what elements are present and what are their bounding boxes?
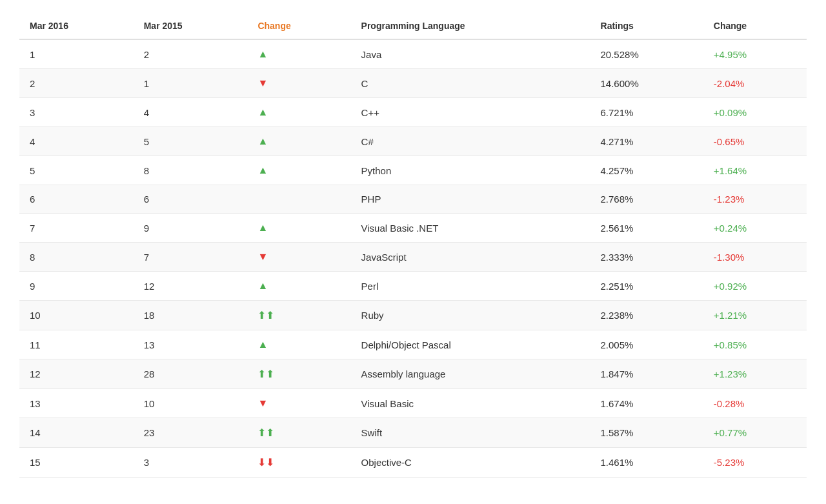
table-row: 58▲Python4.257%+1.64% xyxy=(19,156,807,185)
cell-mar2015: 4 xyxy=(134,98,248,127)
cell-change-value: -2.04% xyxy=(703,69,807,98)
table-row: 1310▼Visual Basic1.674%-0.28% xyxy=(19,389,807,418)
cell-change-icon: ⬆⬆ xyxy=(247,418,350,448)
table-row: 1113▲Delphi/Object Pascal2.005%+0.85% xyxy=(19,330,807,359)
cell-language: C# xyxy=(351,127,590,156)
cell-mar2015: 1 xyxy=(134,69,248,98)
cell-change-value: +0.92% xyxy=(703,272,807,301)
table-row: 1228⬆⬆Assembly language1.847%+1.23% xyxy=(19,359,807,389)
cell-language: PHP xyxy=(351,185,590,214)
cell-mar2016: 6 xyxy=(19,185,134,214)
cell-mar2016: 8 xyxy=(19,243,134,272)
cell-change-icon: ⬇⬇ xyxy=(247,448,350,478)
arrow-up-icon: ▲ xyxy=(257,136,268,147)
arrow-up-icon: ▲ xyxy=(257,222,268,234)
arrow-up-icon: ▲ xyxy=(257,165,268,176)
cell-mar2015: 7 xyxy=(134,243,248,272)
arrow-double-up-icon: ⬆⬆ xyxy=(257,309,274,321)
arrow-double-up-icon: ⬆⬆ xyxy=(257,368,274,380)
cell-mar2016: 12 xyxy=(19,359,134,389)
cell-mar2016: 5 xyxy=(19,156,134,185)
cell-mar2016: 2 xyxy=(19,69,134,98)
cell-mar2015: 28 xyxy=(134,359,248,389)
cell-ratings: 6.721% xyxy=(590,98,703,127)
cell-ratings: 2.238% xyxy=(590,301,703,330)
header-mar2015: Mar 2015 xyxy=(134,13,248,39)
header-language: Programming Language xyxy=(351,13,590,39)
cell-ratings: 14.600% xyxy=(590,69,703,98)
table-row: 912▲Perl2.251%+0.92% xyxy=(19,272,807,301)
cell-change-icon: ⬆⬆ xyxy=(247,301,350,330)
header-mar2016: Mar 2016 xyxy=(19,13,134,39)
cell-mar2016: 9 xyxy=(19,272,134,301)
cell-ratings: 2.005% xyxy=(590,330,703,359)
cell-mar2016: 14 xyxy=(19,418,134,448)
header-change2: Change xyxy=(703,13,807,39)
cell-mar2015: 18 xyxy=(134,301,248,330)
table-row: 153⬇⬇Objective-C1.461%-5.23% xyxy=(19,448,807,478)
cell-ratings: 2.561% xyxy=(590,214,703,243)
cell-language: Java xyxy=(351,39,590,69)
table-container: Mar 2016 Mar 2015 Change Programming Lan… xyxy=(0,0,826,490)
cell-language: Visual Basic xyxy=(351,389,590,418)
rankings-table: Mar 2016 Mar 2015 Change Programming Lan… xyxy=(19,13,807,478)
cell-change-icon: ▼ xyxy=(247,389,350,418)
cell-language: Delphi/Object Pascal xyxy=(351,330,590,359)
cell-change-value: +1.21% xyxy=(703,301,807,330)
cell-change-icon xyxy=(247,185,350,214)
cell-mar2016: 7 xyxy=(19,214,134,243)
cell-mar2015: 9 xyxy=(134,214,248,243)
cell-change-icon: ▲ xyxy=(247,330,350,359)
cell-language: Objective-C xyxy=(351,448,590,478)
arrow-up-icon: ▲ xyxy=(257,106,268,118)
cell-ratings: 2.251% xyxy=(590,272,703,301)
table-row: 66PHP2.768%-1.23% xyxy=(19,185,807,214)
cell-ratings: 4.271% xyxy=(590,127,703,156)
cell-language: Python xyxy=(351,156,590,185)
cell-change-value: -0.65% xyxy=(703,127,807,156)
cell-change-icon: ▼ xyxy=(247,243,350,272)
table-row: 1018⬆⬆Ruby2.238%+1.21% xyxy=(19,301,807,330)
cell-mar2015: 5 xyxy=(134,127,248,156)
cell-ratings: 1.461% xyxy=(590,448,703,478)
cell-ratings: 1.587% xyxy=(590,418,703,448)
cell-change-icon: ▲ xyxy=(247,127,350,156)
table-header-row: Mar 2016 Mar 2015 Change Programming Lan… xyxy=(19,13,807,39)
cell-language: Ruby xyxy=(351,301,590,330)
cell-ratings: 1.674% xyxy=(590,389,703,418)
cell-mar2015: 6 xyxy=(134,185,248,214)
table-row: 79▲Visual Basic .NET2.561%+0.24% xyxy=(19,214,807,243)
cell-ratings: 1.847% xyxy=(590,359,703,389)
table-row: 45▲C#4.271%-0.65% xyxy=(19,127,807,156)
cell-mar2016: 11 xyxy=(19,330,134,359)
cell-change-icon: ▲ xyxy=(247,156,350,185)
table-row: 34▲C++6.721%+0.09% xyxy=(19,98,807,127)
cell-change-icon: ▼ xyxy=(247,69,350,98)
cell-language: C xyxy=(351,69,590,98)
cell-mar2016: 10 xyxy=(19,301,134,330)
cell-mar2015: 23 xyxy=(134,418,248,448)
cell-change-value: +0.85% xyxy=(703,330,807,359)
cell-change-value: -1.30% xyxy=(703,243,807,272)
header-change1: Change xyxy=(247,13,350,39)
cell-language: Perl xyxy=(351,272,590,301)
cell-change-value: +1.64% xyxy=(703,156,807,185)
cell-mar2015: 2 xyxy=(134,39,248,69)
cell-mar2016: 4 xyxy=(19,127,134,156)
table-row: 87▼JavaScript2.333%-1.30% xyxy=(19,243,807,272)
arrow-double-up-icon: ⬆⬆ xyxy=(257,427,274,439)
cell-language: C++ xyxy=(351,98,590,127)
arrow-up-icon: ▲ xyxy=(257,280,268,292)
cell-mar2015: 8 xyxy=(134,156,248,185)
cell-change-value: -1.23% xyxy=(703,185,807,214)
cell-mar2016: 15 xyxy=(19,448,134,478)
arrow-down-icon: ▼ xyxy=(257,77,268,89)
cell-mar2015: 10 xyxy=(134,389,248,418)
cell-change-icon: ⬆⬆ xyxy=(247,359,350,389)
cell-change-value: +1.23% xyxy=(703,359,807,389)
cell-change-value: +4.95% xyxy=(703,39,807,69)
cell-mar2015: 3 xyxy=(134,448,248,478)
header-ratings: Ratings xyxy=(590,13,703,39)
cell-language: Swift xyxy=(351,418,590,448)
table-row: 12▲Java20.528%+4.95% xyxy=(19,39,807,69)
